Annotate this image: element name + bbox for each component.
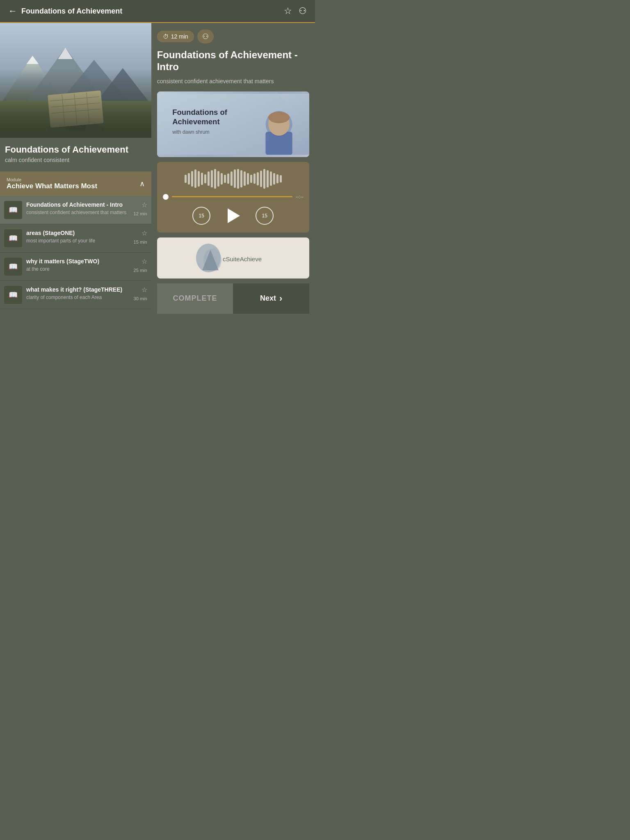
waveform-bar — [263, 169, 265, 189]
svg-line-19 — [87, 93, 89, 124]
progress-handle[interactable] — [163, 194, 169, 200]
complete-button[interactable]: COMPLETE — [157, 283, 233, 314]
share-icon[interactable]: ⚇ — [299, 6, 307, 16]
left-column: Foundations of Achievement calm confiden… — [0, 23, 151, 314]
lesson-favorite-icon[interactable]: ☆ — [142, 258, 147, 265]
progress-track[interactable] — [172, 196, 292, 197]
svg-line-18 — [74, 94, 77, 125]
lesson-time: 12 min — [134, 211, 147, 216]
lesson-icon-box: 📖 — [4, 286, 22, 304]
lesson-item[interactable]: 📖 why it matters (StageTWO) at the core … — [0, 253, 151, 281]
lesson-item[interactable]: 📖 Foundations of Achievement - Intro con… — [0, 196, 151, 224]
rewind-button[interactable]: 15 — [192, 207, 210, 225]
svg-text:Achievement: Achievement — [172, 117, 219, 126]
hero-svg — [0, 23, 151, 138]
play-button[interactable] — [223, 205, 243, 226]
waveform-bar — [224, 175, 226, 183]
lesson-book-icon: 📖 — [9, 205, 18, 215]
course-card-svg: Foundations of Achievement with dawn shr… — [157, 91, 309, 157]
time-badge-row: ⏱ 12 min ⚇ — [157, 30, 309, 43]
waveform-bar — [247, 173, 249, 185]
bookmark-icon[interactable]: ☆ — [284, 6, 292, 16]
course-card: Foundations of Achievement with dawn shr… — [157, 91, 309, 157]
svg-rect-12 — [53, 106, 94, 115]
link-pill[interactable]: ⚇ — [197, 30, 214, 43]
waveform-bar — [253, 173, 256, 184]
lesson-favorite-icon[interactable]: ☆ — [142, 286, 147, 294]
hero-scene — [0, 23, 151, 138]
back-button[interactable]: ← — [8, 6, 17, 16]
waveform-bar — [188, 173, 190, 185]
svg-marker-4 — [94, 68, 151, 105]
waveform-bar — [270, 171, 272, 186]
hero-image — [0, 23, 151, 138]
svg-rect-0 — [0, 23, 151, 138]
waveform-bar — [234, 169, 236, 188]
svg-rect-9 — [65, 105, 86, 130]
lesson-time: 25 min — [134, 268, 147, 273]
next-button[interactable]: Next › — [233, 283, 309, 314]
lesson-info: areas (StageONE) most important parts of… — [26, 229, 130, 244]
svg-rect-13 — [48, 90, 103, 128]
module-name: Achieve What Matters Most — [7, 182, 97, 190]
waveform-bar — [208, 171, 210, 186]
lesson-icon-box: 📖 — [4, 201, 22, 219]
lesson-favorite-icon[interactable]: ☆ — [142, 229, 147, 237]
waveform-bar — [257, 172, 259, 185]
waveform-bar — [280, 175, 282, 183]
lesson-book-icon: 📖 — [9, 262, 18, 271]
progress-row: --:-- — [163, 194, 304, 200]
header-title: Foundations of Achievement — [21, 7, 122, 16]
lesson-meta: ☆ 25 min — [134, 258, 147, 273]
svg-rect-10 — [64, 107, 68, 119]
lesson-meta: ☆ 15 min — [134, 229, 147, 244]
svg-point-8 — [47, 121, 104, 138]
waveform-bar — [273, 173, 275, 185]
lesson-title: areas (StageONE) — [26, 229, 130, 237]
waveform-bar — [227, 173, 229, 184]
lesson-item[interactable]: 📖 areas (StageONE) most important parts … — [0, 224, 151, 253]
svg-point-29 — [268, 112, 290, 123]
lesson-description: at the core — [26, 266, 130, 273]
lesson-time: 30 min — [134, 296, 147, 301]
right-column: ⏱ 12 min ⚇ Foundations of Achievement - … — [151, 23, 315, 314]
lesson-title: why it matters (StageTWO) — [26, 258, 130, 265]
waveform-bar — [217, 171, 219, 187]
waveform-bar — [276, 174, 278, 183]
clock-icon: ⏱ — [163, 33, 169, 40]
waveform-bar — [231, 171, 233, 186]
forward-button[interactable]: 15 — [256, 207, 274, 225]
waveform-bar — [260, 171, 262, 187]
lesson-info: what makes it right? (StageTHREE) clarit… — [26, 286, 130, 301]
svg-text:cSuiteAchieve: cSuiteAchieve — [223, 256, 262, 262]
audio-player: --:-- 15 15 — [157, 162, 309, 233]
lesson-item[interactable]: 📖 what makes it right? (StageTHREE) clar… — [0, 281, 151, 309]
lesson-description: clarity of components of each Area — [26, 294, 130, 301]
waveform-bar — [194, 169, 196, 188]
waveform-bar — [214, 169, 216, 189]
waveform-bar — [267, 170, 269, 187]
svg-line-16 — [51, 109, 100, 113]
app-header: ← Foundations of Achievement ☆ ⚇ — [0, 0, 315, 23]
progress-time: --:-- — [296, 194, 304, 200]
waveform-bar — [191, 171, 193, 187]
svg-line-17 — [62, 95, 65, 126]
waveform-bar — [198, 171, 200, 187]
module-header[interactable]: Module Achieve What Matters Most ∧ — [0, 171, 151, 196]
svg-rect-7 — [0, 101, 151, 138]
lesson-title: what makes it right? (StageTHREE) — [26, 286, 130, 293]
waveform-bar — [240, 170, 242, 187]
lesson-book-icon: 📖 — [9, 234, 18, 243]
waveform-bar — [221, 173, 223, 185]
lesson-meta: ☆ 30 min — [134, 286, 147, 301]
header-left: ← Foundations of Achievement — [8, 6, 122, 16]
rewind-label: 15 — [199, 213, 204, 219]
module-info: Module Achieve What Matters Most — [7, 177, 97, 190]
content-title: Foundations of Achievement - Intro — [157, 49, 309, 73]
waveform-bar — [204, 174, 206, 183]
forward-label: 15 — [262, 213, 267, 219]
lesson-meta: ☆ 12 min — [134, 201, 147, 216]
svg-point-11 — [68, 95, 83, 111]
lesson-favorite-icon[interactable]: ☆ — [142, 201, 147, 209]
main-content: Foundations of Achievement calm confiden… — [0, 23, 315, 314]
